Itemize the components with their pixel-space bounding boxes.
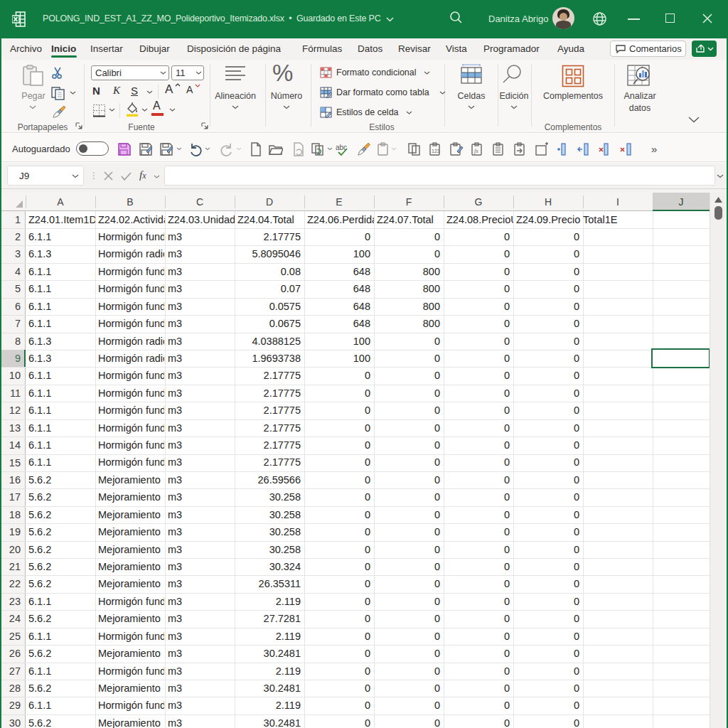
svg-text:fx: fx	[474, 148, 478, 154]
svg-text:123: 123	[432, 149, 440, 154]
